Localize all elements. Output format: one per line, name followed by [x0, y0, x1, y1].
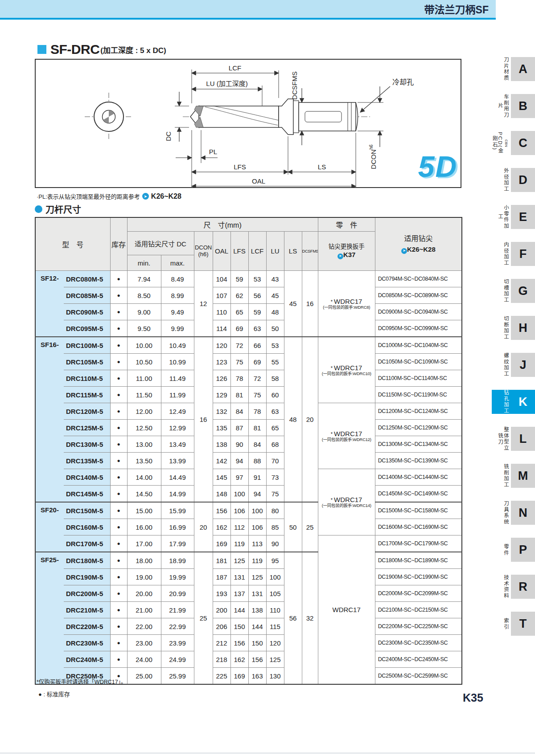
cell-lfs: 131 — [230, 569, 248, 585]
sidebar-tab-G[interactable]: 切槽加工G — [492, 279, 535, 303]
cell-model: DRC180M-5 — [64, 552, 110, 569]
insert-range-link[interactable]: K26~K28 — [407, 245, 436, 253]
cell-max: 11.99 — [161, 387, 194, 403]
cell-oal: 187 — [213, 569, 230, 585]
cell-ls: 56 — [284, 552, 302, 684]
dimension-lines — [176, 73, 390, 186]
cell-min: 22.00 — [127, 618, 161, 635]
cell-lfs: 144 — [230, 602, 248, 618]
cell-stock: ● — [110, 354, 127, 370]
cell-min: 8.50 — [127, 287, 161, 304]
cell-series-prefix: SF20- — [35, 502, 64, 552]
section-title: 刀杆尺寸 — [45, 203, 81, 216]
pl-note-link[interactable]: K26~K28 — [151, 192, 181, 200]
cell-max: 9.49 — [161, 304, 194, 320]
tab-letter-block: H — [511, 316, 535, 340]
table-row: DRC200M-5●20.0020.99193137131105DC2000M-… — [35, 585, 462, 602]
cell-stock: ● — [110, 486, 127, 503]
cell-lfs: 87 — [230, 420, 248, 436]
cell-model: DRC105M-5 — [64, 354, 110, 370]
cell-insert-range: DC0900M-SC~DC0940M-SC — [375, 304, 462, 320]
cell-insert-range: DC1000M-SC~DC1040M-SC — [375, 337, 462, 354]
cell-max: 22.99 — [161, 618, 194, 635]
cell-oal: 206 — [213, 618, 230, 635]
header-row-1: 型 号库存尺 寸(mm)零 件适用钻尖➤K26~K28 — [35, 217, 462, 232]
sidebar-tab-M[interactable]: 铣削加工M — [492, 464, 535, 488]
sidebar-tab-A[interactable]: 刀片材质A — [492, 57, 535, 81]
cell-lcf: 56 — [248, 287, 266, 304]
cell-lfs: 169 — [230, 668, 248, 685]
spec-table-wrap: 型 号库存尺 寸(mm)零 件适用钻尖➤K26~K28适用钻尖尺寸 DCDCON… — [35, 217, 462, 685]
sidebar-tab-F[interactable]: 内径加工F — [492, 242, 535, 266]
cell-min: 7.94 — [127, 271, 161, 287]
cell-model: DRC130M-5 — [64, 436, 110, 453]
asterisk-mark: * — [331, 497, 333, 503]
cell-oal: 110 — [213, 304, 230, 320]
sidebar-tab-K[interactable]: 钻孔加工K — [492, 390, 535, 414]
cell-lu: 80 — [266, 502, 284, 519]
cell-lu: 70 — [266, 453, 284, 469]
sidebar-tab-H[interactable]: 切断加工H — [492, 316, 535, 340]
sidebar-tab-L[interactable]: 整体型立铣刀L — [492, 427, 535, 451]
cell-insert-range: DC1900M-SC~DC1990M-SC — [375, 569, 462, 585]
cell-insert-range: DC1250M-SC~DC1290M-SC — [375, 420, 462, 436]
cell-lcf: 100 — [248, 502, 266, 519]
sidebar-tab-E[interactable]: 小零件加工E — [492, 205, 535, 229]
cell-oal: 181 — [213, 552, 230, 569]
col-wrench: 钻尖更换扳手➤K37 — [318, 232, 375, 271]
sidebar-tab-C[interactable]: CBNPCD(金刚石)C — [492, 131, 535, 155]
cell-insert-range: DC0850M-SC~DC0890M-SC — [375, 287, 462, 304]
cell-series-prefix: SF12- — [35, 271, 64, 337]
table-row: DRC240M-5●24.0024.99218162156125DC2400M-… — [35, 651, 462, 668]
cell-max: 10.49 — [161, 337, 194, 354]
label-coolant-hole: 冷却孔 — [392, 78, 414, 86]
cell-lfs: 75 — [230, 354, 248, 370]
cell-series-prefix: SF25- — [35, 552, 64, 684]
cell-insert-range: DC1450M-SC~DC1490M-SC — [375, 486, 462, 503]
tab-label: 小零件加工 — [498, 205, 509, 229]
tab-letter-block: A — [511, 57, 535, 81]
cell-min: 9.00 — [127, 304, 161, 320]
cell-lfs: 106 — [230, 502, 248, 519]
cell-lu: 110 — [266, 602, 284, 618]
sidebar-tab-B[interactable]: 车削用刀片B — [492, 94, 535, 118]
cell-lcf: 106 — [248, 519, 266, 535]
link-circle-icon[interactable]: ➤ — [401, 248, 407, 254]
wrench-name: WDRC17 — [334, 364, 362, 372]
cell-oal: 138 — [213, 436, 230, 453]
sidebar-tab-J[interactable]: 螺纹加工J — [492, 353, 535, 377]
wrench-sub-note: (一同包装的扳手:WDRC8) — [318, 305, 375, 310]
cell-min: 11.50 — [127, 387, 161, 403]
sidebar-tab-T[interactable]: 索引T — [492, 612, 535, 636]
sidebar-tab-N[interactable]: 刀具系统N — [492, 501, 535, 525]
asterisk-mark: * — [331, 431, 333, 437]
cell-insert-range: DC0794M-SC~DC0840M-SC — [375, 271, 462, 287]
product-title: SF-DRC — [50, 42, 99, 57]
table-row: DRC105M-5●10.5010.99123756955DC1050M-SC~… — [35, 354, 462, 370]
tab-label: 钻孔加工 — [503, 390, 509, 414]
cell-insert-range: DC1600M-SC~DC1690M-SC — [375, 519, 462, 535]
sidebar-tab-P[interactable]: 零件P — [492, 538, 535, 562]
link-circle-icon[interactable]: ➤ — [142, 193, 149, 200]
tab-label: 切槽加工 — [503, 279, 509, 303]
col-dcon: DCON(h6) — [194, 232, 213, 271]
sidebar-tab-R[interactable]: 技术资料R — [492, 575, 535, 599]
cell-min: 19.00 — [127, 569, 161, 585]
cell-model: DRC100M-5 — [64, 337, 110, 354]
sidebar-tab-D[interactable]: 外径加工D — [492, 168, 535, 192]
col-lu: LU — [266, 232, 284, 271]
cell-ls: 45 — [284, 271, 302, 337]
cell-lu: 95 — [266, 552, 284, 569]
cell-lcf: 53 — [248, 271, 266, 287]
cell-dcsfms: 25 — [302, 502, 318, 552]
table-row: DRC095M-5●9.509.99114696350DC0950M-SC~DC… — [35, 320, 462, 337]
cell-oal: 169 — [213, 535, 230, 552]
cell-lfs: 125 — [230, 552, 248, 569]
link-circle-icon[interactable]: ➤ — [337, 253, 343, 259]
cell-lcf: 59 — [248, 304, 266, 320]
cell-wrench: *WDRC17(一同包装的扳手:WDRC8) — [318, 271, 375, 337]
cell-stock: ● — [110, 618, 127, 635]
wrench-link[interactable]: K37 — [343, 251, 356, 258]
table-row: DRC135M-5●13.5013.99142948870DC1350M-SC~… — [35, 453, 462, 469]
cell-max: 20.99 — [161, 585, 194, 602]
